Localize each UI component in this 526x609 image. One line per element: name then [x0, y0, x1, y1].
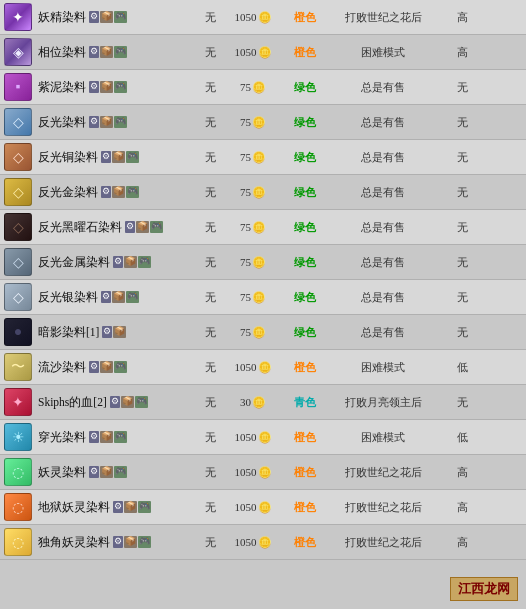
price-col: 1050🪙	[224, 11, 282, 24]
item-icon: ◇	[0, 212, 36, 242]
hardmode-col: 无	[438, 220, 486, 235]
craft-col: 无	[196, 150, 224, 165]
rarity-col: 绿色	[282, 325, 328, 340]
action-icon[interactable]: ⚙	[89, 116, 99, 128]
rarity-col: 橙色	[282, 360, 328, 375]
rarity-col: 绿色	[282, 255, 328, 270]
action-icon[interactable]: 📦	[100, 361, 113, 373]
item-icon: ✦	[0, 387, 36, 417]
action-icon[interactable]: 📦	[124, 256, 137, 268]
price-col: 75🪙	[224, 291, 282, 304]
hardmode-col: 无	[438, 395, 486, 410]
action-icon[interactable]: 📦	[100, 116, 113, 128]
item-icon: ☀	[0, 422, 36, 452]
action-icon[interactable]: 🎮	[135, 396, 148, 408]
action-icon[interactable]: 🎮	[114, 466, 127, 478]
action-icon[interactable]: 🎮	[114, 431, 127, 443]
craft-col: 无	[196, 220, 224, 235]
item-name: 流沙染料⚙📦🎮	[36, 360, 196, 375]
action-icon[interactable]: ⚙	[89, 11, 99, 23]
price-col: 75🪙	[224, 151, 282, 164]
table-row: ✦妖精染料⚙📦🎮无1050🪙橙色打败世纪之花后高	[0, 0, 526, 35]
item-icon: ◌	[0, 527, 36, 557]
rarity-col: 绿色	[282, 80, 328, 95]
availability-col: 困难模式	[328, 45, 438, 60]
table-row: ◇反光黑曜石染料⚙📦🎮无75🪙绿色总是有售无	[0, 210, 526, 245]
hardmode-col: 低	[438, 360, 486, 375]
watermark: 江西龙网	[450, 577, 518, 601]
action-icon[interactable]: 🎮	[126, 186, 139, 198]
price-col: 1050🪙	[224, 46, 282, 59]
action-icon[interactable]: 📦	[100, 11, 113, 23]
action-icon[interactable]: 🎮	[126, 291, 139, 303]
action-icon[interactable]: 📦	[121, 396, 134, 408]
availability-col: 总是有售	[328, 80, 438, 95]
action-icon[interactable]: ⚙	[89, 466, 99, 478]
action-icon[interactable]: 🎮	[138, 501, 151, 513]
table-row: ▪紫泥染料⚙📦🎮无75🪙绿色总是有售无	[0, 70, 526, 105]
action-icon[interactable]: ⚙	[110, 396, 120, 408]
action-icon[interactable]: ⚙	[89, 46, 99, 58]
action-icon[interactable]: ⚙	[89, 81, 99, 93]
action-icon[interactable]: 🎮	[138, 256, 151, 268]
action-icon[interactable]: 📦	[112, 186, 125, 198]
action-icon[interactable]: ⚙	[113, 256, 123, 268]
price-col: 1050🪙	[224, 361, 282, 374]
price-col: 75🪙	[224, 81, 282, 94]
price-col: 75🪙	[224, 221, 282, 234]
action-icon[interactable]: ⚙	[113, 501, 123, 513]
availability-col: 总是有售	[328, 325, 438, 340]
item-name: 妖精染料⚙📦🎮	[36, 10, 196, 25]
hardmode-col: 高	[438, 465, 486, 480]
item-name: 相位染料⚙📦🎮	[36, 45, 196, 60]
action-icon[interactable]: ⚙	[102, 326, 112, 338]
hardmode-col: 高	[438, 500, 486, 515]
price-col: 75🪙	[224, 116, 282, 129]
item-name: 反光黑曜石染料⚙📦🎮	[36, 220, 196, 235]
action-icon[interactable]: ⚙	[101, 151, 111, 163]
action-icon[interactable]: ⚙	[125, 221, 135, 233]
table-row: ◇反光铜染料⚙📦🎮无75🪙绿色总是有售无	[0, 140, 526, 175]
action-icon[interactable]: 📦	[100, 81, 113, 93]
action-icon[interactable]: 📦	[124, 501, 137, 513]
action-icon[interactable]: 🎮	[126, 151, 139, 163]
item-icon: ●	[0, 317, 36, 347]
action-icon[interactable]: ⚙	[89, 361, 99, 373]
action-icon[interactable]: 📦	[112, 291, 125, 303]
table-row: ✦Skiphs的血[2]⚙📦🎮无30🪙青色打败月亮领主后无	[0, 385, 526, 420]
hardmode-col: 高	[438, 45, 486, 60]
dye-table: ✦妖精染料⚙📦🎮无1050🪙橙色打败世纪之花后高◈相位染料⚙📦🎮无1050🪙橙色…	[0, 0, 526, 560]
action-icon[interactable]: 🎮	[114, 361, 127, 373]
table-row: ☀穿光染料⚙📦🎮无1050🪙橙色困难模式低	[0, 420, 526, 455]
action-icon[interactable]: ⚙	[101, 186, 111, 198]
action-icon[interactable]: 📦	[113, 326, 126, 338]
craft-col: 无	[196, 325, 224, 340]
action-icon[interactable]: ⚙	[89, 431, 99, 443]
action-icon[interactable]: 📦	[136, 221, 149, 233]
action-icon[interactable]: 🎮	[114, 116, 127, 128]
action-icon[interactable]: 🎮	[114, 46, 127, 58]
action-icon[interactable]: 📦	[100, 46, 113, 58]
action-icon[interactable]: 📦	[112, 151, 125, 163]
item-icon: ◇	[0, 177, 36, 207]
rarity-col: 橙色	[282, 45, 328, 60]
action-icon[interactable]: 🎮	[114, 81, 127, 93]
craft-col: 无	[196, 255, 224, 270]
item-icon: ◇	[0, 142, 36, 172]
availability-col: 总是有售	[328, 185, 438, 200]
rarity-col: 绿色	[282, 185, 328, 200]
action-icon[interactable]: 🎮	[114, 11, 127, 23]
craft-col: 无	[196, 500, 224, 515]
item-name: 暗影染料[1]⚙📦	[36, 325, 196, 340]
hardmode-col: 无	[438, 255, 486, 270]
action-icon[interactable]: 🎮	[138, 536, 151, 548]
action-icon[interactable]: ⚙	[113, 536, 123, 548]
action-icon[interactable]: 🎮	[150, 221, 163, 233]
action-icon[interactable]: ⚙	[101, 291, 111, 303]
item-name: 地狱妖灵染料⚙📦🎮	[36, 500, 196, 515]
rarity-col: 青色	[282, 395, 328, 410]
action-icon[interactable]: 📦	[124, 536, 137, 548]
action-icon[interactable]: 📦	[100, 431, 113, 443]
action-icon[interactable]: 📦	[100, 466, 113, 478]
item-icon: ◇	[0, 247, 36, 277]
